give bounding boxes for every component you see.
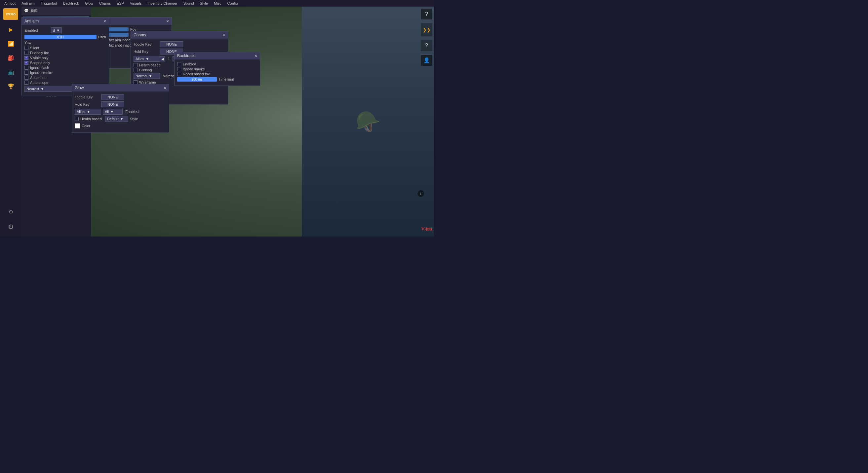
chams-allies-value: Allies <box>135 57 144 61</box>
auto-shot-checkbox[interactable] <box>25 76 28 79</box>
visible-only-checkbox[interactable] <box>25 56 28 60</box>
backtrack-enabled-checkbox[interactable] <box>177 62 181 66</box>
chams-toggle-key-btn[interactable]: NONE <box>160 41 183 47</box>
ignore-flash-checkbox[interactable] <box>25 66 28 70</box>
backtrack-ignore-smoke-checkbox[interactable] <box>177 67 181 71</box>
anti-aim-header[interactable]: Anti aim × <box>22 18 109 25</box>
trigger-close[interactable]: × <box>166 19 169 24</box>
ignore-smoke-checkbox[interactable] <box>25 71 28 75</box>
cs-sidebar: CS:GO ▶ 📶 🎒 📺 🏆 ⚙ ⏻ <box>0 7 22 236</box>
sidebar-bottom: ⚙ ⏻ <box>5 205 17 233</box>
glow-health-row: Health based Default ▼ Style <box>75 116 166 122</box>
chams-close[interactable]: × <box>222 33 225 37</box>
glow-allies-row: Allies ▼ All ▼ Enabled <box>75 109 166 114</box>
glow-all-dropdown[interactable]: All ▼ <box>103 109 123 114</box>
menu-config[interactable]: Config <box>225 1 241 6</box>
sidebar-settings-icon[interactable]: ⚙ <box>5 205 17 218</box>
cs-logo-inner: CS:GO <box>3 8 18 20</box>
cs-logo: CS:GO <box>3 8 18 20</box>
menu-style[interactable]: Style <box>197 1 211 6</box>
silent-checkbox[interactable] <box>25 46 28 50</box>
allies-chevron-icon: ▼ <box>146 57 149 61</box>
glow-toggle-key-btn[interactable]: NONE <box>101 94 124 100</box>
backtrack-enabled-row: Enabled <box>177 62 257 66</box>
sidebar-wifi-icon[interactable]: 📶 <box>5 37 17 50</box>
menu-inventoryChanger[interactable]: Inventory Changer <box>145 1 180 6</box>
enabled-dropdown[interactable]: d ▼ <box>51 27 62 33</box>
backtrack-time-slider[interactable]: 200 ms <box>177 77 217 81</box>
menu-sound[interactable]: Sound <box>181 1 197 6</box>
sidebar-tv-icon[interactable]: 📺 <box>5 66 17 78</box>
info-icon[interactable]: i <box>417 190 424 197</box>
menu-chams[interactable]: Chams <box>96 1 113 6</box>
chams-title: Chams <box>133 33 146 37</box>
chams-blinking-checkbox[interactable] <box>133 68 137 72</box>
glow-health-label: Health based <box>80 117 102 121</box>
glow-title: Glow <box>75 86 84 90</box>
sidebar-inventory-icon[interactable]: 🎒 <box>5 52 17 64</box>
menu-esp[interactable]: ESP <box>114 1 127 6</box>
menu-antiAim[interactable]: Anti aim <box>19 1 37 6</box>
friendly-fire-checkbox[interactable] <box>25 51 28 55</box>
glow-allies-dropdown[interactable]: Allies ▼ <box>75 109 101 114</box>
glow-header[interactable]: Glow × <box>72 84 169 92</box>
news-tab: 💬 新闻 <box>22 7 91 15</box>
chams-toggle-key-label: Toggle Key <box>133 42 160 46</box>
scoped-only-checkbox[interactable] <box>25 61 28 65</box>
right-ui: ? ❯❯ ? 👤 <box>421 8 432 66</box>
pitch-slider[interactable]: 0.00 <box>25 35 96 39</box>
menu-misc[interactable]: Misc <box>211 1 224 6</box>
backtrack-enabled-label: Enabled <box>183 62 196 66</box>
chams-nav-value: 1 <box>166 57 172 61</box>
menu-glow[interactable]: Glow <box>82 1 96 6</box>
pitch-label: Pitch <box>98 35 106 39</box>
glow-health-checkbox[interactable] <box>75 117 79 121</box>
rank-badge: ? <box>421 40 432 51</box>
ignore-flash-label: Ignore flash <box>30 66 49 70</box>
glow-panel: Glow × Toggle Key NONE Hold Key NONE All… <box>72 84 169 133</box>
menu-backtrack[interactable]: Backtrack <box>61 1 82 6</box>
glow-toggle-key-row: Toggle Key NONE <box>75 94 166 100</box>
chams-prev-btn[interactable]: ◀ <box>160 56 165 61</box>
menu-triggerbot[interactable]: Triggerbot <box>38 1 60 6</box>
backtrack-time-value: 200 ms <box>192 78 203 81</box>
user-icon[interactable]: 👤 <box>421 55 432 66</box>
sidebar-power-icon[interactable]: ⏻ <box>5 221 17 233</box>
glow-enabled-label: Enabled <box>125 110 138 114</box>
auto-scope-label: Auto scope <box>30 80 48 85</box>
glow-style-dropdown[interactable]: Default ▼ <box>105 116 128 122</box>
friendly-fire-label: Friendly fire <box>30 51 49 55</box>
chams-header[interactable]: Chams × <box>131 31 228 39</box>
auto-shot-label: Auto shot <box>30 76 45 79</box>
menu-visuals[interactable]: Visuals <box>127 1 144 6</box>
glow-style-chevron-icon: ▼ <box>120 117 124 121</box>
chams-blinking-label: Blinking <box>139 68 152 72</box>
glow-color-swatch[interactable] <box>75 123 80 129</box>
glow-close[interactable]: × <box>164 86 166 90</box>
glow-allies-chevron-icon: ▼ <box>87 110 90 114</box>
silent-checkbox-row: Silent <box>25 46 106 50</box>
menu-aimbot[interactable]: Aimbot <box>2 1 18 6</box>
glow-allies-value: Allies <box>77 110 85 114</box>
auto-scope-checkbox[interactable] <box>25 80 28 85</box>
sidebar-trophy-icon[interactable]: 🏆 <box>5 80 17 93</box>
backtrack-header[interactable]: Backtrack × <box>175 52 260 60</box>
chams-hold-key-label: Hold Key <box>133 49 160 54</box>
glow-hold-key-btn[interactable]: NONE <box>101 101 124 107</box>
anti-aim-close[interactable]: × <box>103 19 106 24</box>
backtrack-close[interactable]: × <box>254 54 257 58</box>
pitch-value: 0.00 <box>57 35 63 39</box>
chams-allies-dropdown[interactable]: Allies ▼ <box>133 56 160 62</box>
sidebar-play-icon[interactable]: ▶ <box>5 23 17 36</box>
chams-material-dropdown[interactable]: Normal ▼ <box>133 73 160 79</box>
scoped-only-checkbox-row: Scoped only <box>25 61 106 65</box>
friendly-fire-checkbox-row: Friendly fire <box>25 51 106 55</box>
tc-badge: TC技玩 <box>422 227 432 232</box>
question-icon[interactable]: ? <box>421 8 432 20</box>
chams-health-based-checkbox[interactable] <box>133 63 137 67</box>
glow-body: Toggle Key NONE Hold Key NONE Allies ▼ A… <box>72 92 169 132</box>
backtrack-recoil-checkbox[interactable] <box>177 72 181 76</box>
glow-hold-key-row: Hold Key NONE <box>75 101 166 107</box>
anti-aim-title: Anti aim <box>25 19 39 24</box>
rank-chevrons: ❯❯ <box>421 23 432 36</box>
